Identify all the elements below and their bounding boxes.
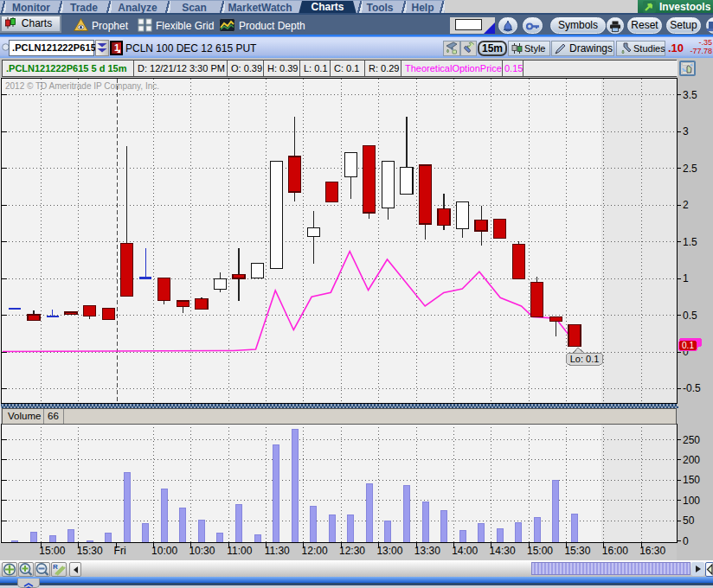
svg-text:0: 0 (683, 535, 689, 547)
svg-text:150: 150 (683, 474, 700, 486)
svg-text:10:00: 10:00 (151, 545, 177, 557)
svg-text:200: 200 (683, 454, 700, 466)
svg-text:12:30: 12:30 (339, 545, 365, 557)
svg-text:14:00: 14:00 (452, 545, 478, 557)
svg-text:15:30: 15:30 (77, 545, 103, 557)
svg-text:2.5: 2.5 (683, 163, 697, 175)
svg-text:14:30: 14:30 (490, 545, 516, 557)
svg-text:3.5: 3.5 (683, 89, 697, 101)
svg-text:15:00: 15:00 (527, 545, 553, 557)
svg-text:0.1: 0.1 (682, 341, 694, 350)
svg-text:66: 66 (48, 411, 59, 421)
svg-text:250: 250 (683, 434, 700, 446)
svg-text:10:30: 10:30 (189, 545, 215, 557)
svg-text:0.5: 0.5 (683, 310, 697, 322)
svg-text:100: 100 (683, 495, 700, 507)
svg-text:Volume: Volume (8, 411, 41, 421)
svg-text:12:00: 12:00 (302, 545, 328, 557)
svg-text:13:30: 13:30 (414, 545, 440, 557)
svg-text:13:00: 13:00 (376, 545, 402, 557)
svg-text:15:00: 15:00 (39, 545, 65, 557)
svg-text:-0.5: -0.5 (683, 382, 701, 394)
svg-text:16:00: 16:00 (602, 545, 628, 557)
svg-text:R: R (53, 563, 58, 571)
svg-text:11:00: 11:00 (227, 545, 252, 557)
svg-text:50: 50 (683, 514, 695, 527)
svg-text:2012 © TD Ameritrade IP Compan: 2012 © TD Ameritrade IP Company, Inc. (5, 81, 159, 91)
svg-text:1: 1 (683, 272, 689, 284)
svg-text:1.5: 1.5 (683, 236, 697, 248)
svg-text:3: 3 (683, 125, 689, 137)
svg-text:15:30: 15:30 (564, 545, 590, 557)
svg-text:11:30: 11:30 (265, 545, 290, 557)
svg-text:16:30: 16:30 (639, 545, 665, 557)
svg-text:Lo: 0.1: Lo: 0.1 (570, 354, 600, 364)
svg-text:2: 2 (683, 199, 689, 211)
